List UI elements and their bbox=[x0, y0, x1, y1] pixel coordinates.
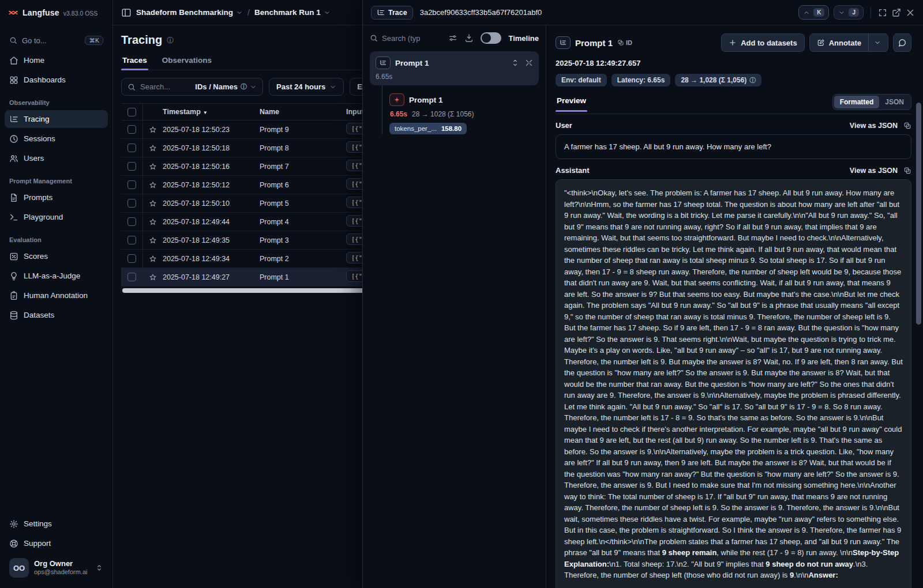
tree-children: Prompt 1 6.65s 28 → 1028 (Σ 1056) tokens… bbox=[382, 85, 539, 134]
download-button[interactable] bbox=[464, 33, 474, 43]
row-checkbox[interactable] bbox=[127, 125, 136, 134]
star-icon[interactable] bbox=[149, 144, 157, 152]
col-timestamp[interactable]: Timestamp▼ bbox=[163, 108, 260, 116]
star-icon[interactable] bbox=[149, 199, 157, 208]
goto-shortcut: ⌘K bbox=[85, 36, 103, 45]
format-json[interactable]: JSON bbox=[879, 96, 910, 108]
tree-search-input[interactable]: Search (typ bbox=[370, 34, 441, 43]
row-checkbox[interactable] bbox=[127, 254, 136, 263]
next-trace-button[interactable]: J bbox=[834, 5, 864, 20]
pencil-square-icon bbox=[817, 39, 825, 47]
tab-preview[interactable]: Preview bbox=[556, 96, 587, 111]
sidebar-item-settings[interactable]: Settings bbox=[5, 515, 108, 533]
tokens-badge-label: 28 → 1,028 (Σ 1,056) bbox=[681, 76, 746, 84]
tree-root-latency: 6.65s bbox=[376, 73, 533, 81]
unfold-vertical-icon[interactable] bbox=[511, 59, 519, 67]
add-to-datasets-button[interactable]: Add to datasets bbox=[721, 33, 805, 52]
expand-fullscreen-button[interactable] bbox=[878, 8, 887, 17]
row-name: Prompt 6 bbox=[260, 181, 346, 189]
search-scope-select[interactable]: IDs / Names ⓘ bbox=[195, 82, 257, 91]
dashboards-icon bbox=[9, 76, 18, 85]
star-icon[interactable] bbox=[149, 163, 157, 171]
maximize-icon bbox=[878, 8, 887, 17]
tree-generation-node[interactable]: Prompt 1 bbox=[389, 93, 539, 106]
database-icon bbox=[9, 311, 18, 320]
search-icon bbox=[9, 36, 17, 44]
brand: Langfuse v3.83.0 OSS bbox=[0, 0, 112, 25]
id-label: ID bbox=[626, 39, 632, 46]
info-icon[interactable]: ⓘ bbox=[167, 37, 174, 44]
sidebar-item-human-annotation[interactable]: Human Annotation bbox=[5, 287, 108, 304]
row-checkbox[interactable] bbox=[127, 162, 136, 171]
time-range-filter[interactable]: Past 24 hours bbox=[269, 78, 344, 96]
sidebar-item-users[interactable]: Users bbox=[5, 149, 108, 167]
view-as-json-button[interactable]: View as JSON bbox=[850, 122, 898, 130]
sidebar-item-support[interactable]: Support bbox=[5, 534, 108, 552]
user-email: ops@shadeform.ai bbox=[34, 568, 88, 576]
row-timestamp: 2025-07-18 12:50:18 bbox=[163, 144, 260, 152]
row-name: Prompt 7 bbox=[260, 163, 346, 171]
traces-search-input[interactable]: Search... IDs / Names ⓘ bbox=[121, 78, 263, 96]
collapse-all-icon[interactable] bbox=[525, 59, 533, 67]
row-checkbox[interactable] bbox=[127, 199, 136, 208]
tree-root-node[interactable]: Prompt 1 6.65s bbox=[370, 51, 539, 85]
open-in-new-button[interactable] bbox=[892, 8, 901, 17]
select-all-checkbox[interactable] bbox=[127, 108, 136, 116]
prev-trace-button[interactable]: K bbox=[798, 5, 829, 20]
sidebar-item-scores[interactable]: Scores bbox=[5, 247, 108, 265]
breadcrumb-project[interactable]: Benchmark Run 1 bbox=[254, 8, 331, 17]
detail-vertical-scrollbar[interactable] bbox=[916, 103, 921, 585]
copy-button[interactable] bbox=[903, 167, 911, 175]
sidebar-item-dashboards[interactable]: Dashboards bbox=[5, 71, 108, 89]
goto-search[interactable]: Go to... ⌘K bbox=[5, 31, 108, 50]
row-checkbox[interactable] bbox=[127, 180, 136, 189]
breadcrumb-org[interactable]: Shadeform Benchmarking bbox=[136, 8, 243, 17]
trace-type-badge: Trace bbox=[371, 6, 413, 20]
section-observability: Observability bbox=[9, 99, 108, 106]
annotate-button[interactable]: Annotate bbox=[809, 33, 888, 52]
sidebar-item-playground[interactable]: Playground bbox=[5, 208, 108, 226]
format-formatted[interactable]: Formatted bbox=[834, 96, 880, 108]
timeline-toggle[interactable] bbox=[481, 32, 501, 44]
row-name: Prompt 8 bbox=[260, 144, 346, 152]
sidebar-item-datasets[interactable]: Datasets bbox=[5, 306, 108, 324]
copy-button[interactable] bbox=[903, 122, 911, 130]
row-name: Prompt 4 bbox=[260, 218, 346, 226]
col-name[interactable]: Name bbox=[260, 108, 346, 116]
row-timestamp: 2025-07-18 12:49:27 bbox=[163, 273, 260, 281]
star-icon[interactable] bbox=[149, 236, 157, 244]
tab-observations[interactable]: Observations bbox=[161, 56, 213, 70]
trace-type-badge bbox=[556, 36, 571, 49]
tab-traces[interactable]: Traces bbox=[121, 56, 148, 70]
sidebar-item-prompts[interactable]: Prompts bbox=[5, 189, 108, 206]
sidebar-item-sessions[interactable]: Sessions bbox=[5, 130, 108, 148]
tokens-per-second-chip[interactable]: tokens_per_... 158.80 bbox=[389, 123, 467, 134]
key-j: J bbox=[849, 8, 859, 17]
copy-id-button[interactable]: ID bbox=[617, 39, 632, 46]
star-icon[interactable] bbox=[149, 218, 157, 226]
view-as-json-button[interactable]: View as JSON bbox=[850, 167, 898, 175]
scrollbar-thumb[interactable] bbox=[916, 103, 921, 325]
sidebar-item-tracing[interactable]: Tracing bbox=[5, 110, 108, 128]
row-checkbox[interactable] bbox=[127, 144, 136, 152]
star-icon[interactable] bbox=[149, 273, 157, 281]
tree-settings-button[interactable] bbox=[448, 33, 457, 43]
sidebar-item-home[interactable]: Home bbox=[5, 51, 108, 69]
star-icon[interactable] bbox=[149, 126, 157, 134]
star-icon[interactable] bbox=[149, 255, 157, 263]
close-peek-button[interactable] bbox=[906, 8, 915, 17]
tokens-badge[interactable]: 28 → 1,028 (Σ 1,056) ⓘ bbox=[675, 74, 761, 86]
star-icon[interactable] bbox=[149, 181, 157, 189]
row-checkbox[interactable] bbox=[127, 217, 136, 226]
section-evaluation: Evaluation bbox=[9, 236, 108, 243]
sidebar-item-llm-as-a-judge[interactable]: LLM-as-a-Judge bbox=[5, 267, 108, 285]
metric-label: tokens_per_... bbox=[395, 125, 437, 132]
row-checkbox[interactable] bbox=[127, 273, 136, 281]
chevron-down-icon[interactable] bbox=[874, 39, 881, 46]
account-menu[interactable]: OO Org Owner ops@shadeform.ai bbox=[5, 553, 108, 582]
row-timestamp: 2025-07-18 12:50:10 bbox=[163, 199, 260, 208]
row-checkbox[interactable] bbox=[127, 236, 136, 244]
breadcrumb-divider: / bbox=[247, 8, 250, 17]
comments-button[interactable] bbox=[893, 33, 911, 52]
panel-left-icon[interactable] bbox=[121, 7, 132, 18]
